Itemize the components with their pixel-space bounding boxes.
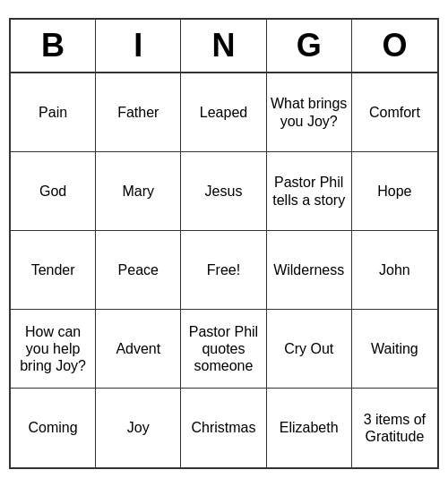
cell-text-22: Christmas — [191, 419, 255, 436]
cell-text-4: Comfort — [369, 104, 420, 121]
bingo-cell-4: Comfort — [352, 73, 437, 152]
bingo-cell-17: Pastor Phil quotes someone — [181, 310, 266, 389]
bingo-cell-21: Joy — [96, 389, 181, 467]
bingo-cell-22: Christmas — [181, 389, 266, 467]
cell-text-0: Pain — [39, 104, 67, 121]
bingo-cell-19: Waiting — [352, 310, 437, 389]
header-letter-g: G — [267, 20, 352, 72]
cell-text-13: Wilderness — [273, 261, 344, 278]
bingo-cell-11: Peace — [96, 231, 181, 310]
bingo-cell-24: 3 items of Gratitude — [352, 389, 437, 467]
bingo-cell-20: Coming — [11, 389, 96, 467]
bingo-cell-23: Elizabeth — [267, 389, 352, 467]
bingo-cell-0: Pain — [11, 73, 96, 152]
cell-text-14: John — [379, 261, 410, 278]
cell-text-7: Jesus — [205, 183, 243, 200]
cell-text-5: God — [39, 183, 66, 200]
cell-text-23: Elizabeth — [280, 419, 339, 436]
cell-text-10: Tender — [31, 261, 75, 278]
bingo-cell-2: Leaped — [181, 73, 266, 152]
cell-text-12: Free! — [207, 261, 240, 278]
cell-text-18: Cry Out — [284, 340, 333, 357]
cell-text-8: Pastor Phil tells a story — [271, 174, 348, 208]
cell-text-1: Father — [117, 104, 159, 121]
cell-text-6: Mary — [123, 183, 155, 200]
cell-text-20: Coming — [29, 419, 78, 436]
bingo-cell-15: How can you help bring Joy? — [11, 310, 96, 389]
bingo-cell-12: Free! — [181, 231, 266, 310]
bingo-cell-3: What brings you Joy? — [267, 73, 352, 152]
cell-text-2: Leaped — [200, 104, 247, 121]
bingo-grid: PainFatherLeapedWhat brings you Joy?Comf… — [11, 73, 437, 467]
cell-text-16: Advent — [116, 340, 160, 357]
bingo-cell-7: Jesus — [181, 152, 266, 231]
bingo-cell-16: Advent — [96, 310, 181, 389]
bingo-cell-13: Wilderness — [267, 231, 352, 310]
bingo-cell-18: Cry Out — [267, 310, 352, 389]
cell-text-15: How can you help bring Joy? — [14, 323, 91, 375]
bingo-cell-10: Tender — [11, 231, 96, 310]
bingo-cell-5: God — [11, 152, 96, 231]
cell-text-9: Hope — [377, 183, 411, 200]
bingo-cell-1: Father — [96, 73, 181, 152]
bingo-header: BINGO — [11, 20, 437, 73]
cell-text-17: Pastor Phil quotes someone — [185, 323, 262, 375]
cell-text-3: What brings you Joy? — [271, 95, 348, 129]
bingo-cell-9: Hope — [352, 152, 437, 231]
bingo-cell-6: Mary — [96, 152, 181, 231]
header-letter-n: N — [181, 20, 266, 72]
bingo-cell-8: Pastor Phil tells a story — [267, 152, 352, 231]
cell-text-19: Waiting — [371, 340, 418, 357]
bingo-card: BINGO PainFatherLeapedWhat brings you Jo… — [9, 18, 439, 469]
header-letter-b: B — [11, 20, 96, 72]
header-letter-o: O — [352, 20, 437, 72]
bingo-cell-14: John — [352, 231, 437, 310]
cell-text-11: Peace — [118, 261, 159, 278]
cell-text-21: Joy — [127, 419, 150, 436]
header-letter-i: I — [96, 20, 181, 72]
cell-text-24: 3 items of Gratitude — [356, 411, 434, 445]
